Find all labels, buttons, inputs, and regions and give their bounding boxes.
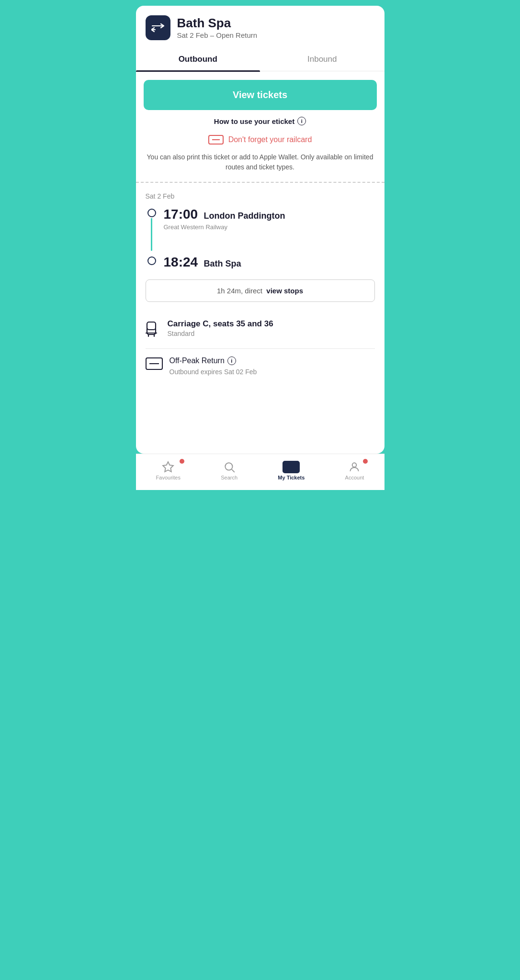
- nav-badge-favourites: [180, 459, 184, 464]
- print-info: You can also print this ticket or add to…: [136, 150, 384, 182]
- nav-label-search: Search: [221, 475, 237, 480]
- arrive-details: 18:24 Bath Spa: [164, 255, 241, 270]
- ticket-type-name-row: Off-Peak Return i: [170, 356, 257, 365]
- journey-section: Sat 2 Feb 17:00 London Paddington Great …: [136, 183, 384, 312]
- journey-date: Sat 2 Feb: [146, 192, 375, 200]
- journey-stops: 17:00 London Paddington Great Western Ra…: [146, 207, 375, 270]
- depart-station: London Paddington: [204, 211, 285, 221]
- eticket-info: How to use your eticket i: [136, 110, 384, 132]
- seat-label: Carriage C, seats 35 and 36: [168, 319, 273, 329]
- ticket-type-row: Off-Peak Return i Outbound expires Sat 0…: [136, 349, 384, 383]
- eticket-info-icon[interactable]: i: [297, 117, 306, 125]
- nav-badge-account: [363, 459, 368, 464]
- svg-rect-0: [147, 322, 156, 330]
- arrive-time: 18:24: [164, 255, 198, 269]
- main-card: Bath Spa Sat 2 Feb – Open Return Outboun…: [136, 6, 384, 454]
- tabs: Outbound Inbound: [136, 48, 384, 71]
- svg-point-4: [352, 463, 357, 467]
- nav-favourites[interactable]: Favourites: [148, 459, 188, 482]
- nav-label-account: Account: [345, 475, 364, 480]
- journey-line: [151, 218, 152, 251]
- railcard-icon: [208, 135, 224, 145]
- arrive-stop: 18:24 Bath Spa: [147, 255, 375, 270]
- depart-stop: 17:00 London Paddington Great Western Ra…: [147, 207, 375, 252]
- arrive-dot: [147, 256, 156, 265]
- railcard-text: Don't forget your railcard: [228, 135, 312, 144]
- duration-text: 1h 24m, direct: [217, 287, 262, 295]
- duration-button[interactable]: 1h 24m, direct view stops: [146, 279, 375, 302]
- star-icon: [162, 461, 174, 473]
- ticket-type-info-icon[interactable]: i: [227, 356, 236, 365]
- depart-dot: [147, 209, 156, 217]
- app-container: Bath Spa Sat 2 Feb – Open Return Outboun…: [130, 0, 390, 490]
- seat-row: Carriage C, seats 35 and 36 Standard: [146, 312, 375, 348]
- seat-class: Standard: [168, 330, 273, 337]
- nav-account[interactable]: Account: [338, 459, 372, 482]
- seat-section: Carriage C, seats 35 and 36 Standard: [136, 312, 384, 348]
- tab-inbound[interactable]: Inbound: [260, 48, 384, 71]
- tab-outbound[interactable]: Outbound: [136, 48, 260, 71]
- bottom-nav: Favourites Search My Tickets Account: [136, 454, 384, 490]
- seat-icon: [146, 320, 161, 341]
- destination-title: Bath Spa: [177, 16, 258, 30]
- ticket-type-expiry: Outbound expires Sat 02 Feb: [170, 368, 257, 376]
- eticket-label: How to use your eticket: [214, 117, 294, 125]
- person-icon: [348, 461, 361, 473]
- ticket-type-icon: [146, 357, 163, 370]
- route-icon: [146, 15, 170, 40]
- view-tickets-button[interactable]: View tickets: [144, 80, 377, 110]
- arrive-indicator: [147, 256, 156, 265]
- seat-details: Carriage C, seats 35 and 36 Standard: [168, 319, 273, 337]
- nav-search[interactable]: Search: [213, 459, 245, 482]
- svg-marker-1: [163, 462, 173, 472]
- railcard-warning: Don't forget your railcard: [136, 132, 384, 150]
- ticket-header: Bath Spa Sat 2 Feb – Open Return: [136, 6, 384, 48]
- nav-my-tickets[interactable]: My Tickets: [270, 459, 312, 482]
- svg-point-2: [225, 463, 232, 470]
- ticket-subtitle: Sat 2 Feb – Open Return: [177, 31, 258, 39]
- ticket-type-info: Off-Peak Return i Outbound expires Sat 0…: [170, 356, 257, 376]
- ticket-icon: [283, 461, 300, 473]
- nav-label-favourites: Favourites: [156, 475, 181, 480]
- depart-indicator: [147, 209, 156, 252]
- depart-details: 17:00 London Paddington Great Western Ra…: [164, 207, 285, 231]
- search-icon: [223, 461, 236, 473]
- arrive-station: Bath Spa: [204, 259, 241, 268]
- svg-line-3: [232, 469, 235, 472]
- view-stops-label: view stops: [266, 287, 303, 295]
- nav-label-my-tickets: My Tickets: [278, 475, 305, 480]
- ticket-title: Bath Spa Sat 2 Feb – Open Return: [177, 16, 258, 40]
- depart-time: 17:00: [164, 207, 198, 222]
- depart-operator: Great Western Railway: [164, 223, 285, 231]
- ticket-type-label: Off-Peak Return: [170, 356, 225, 365]
